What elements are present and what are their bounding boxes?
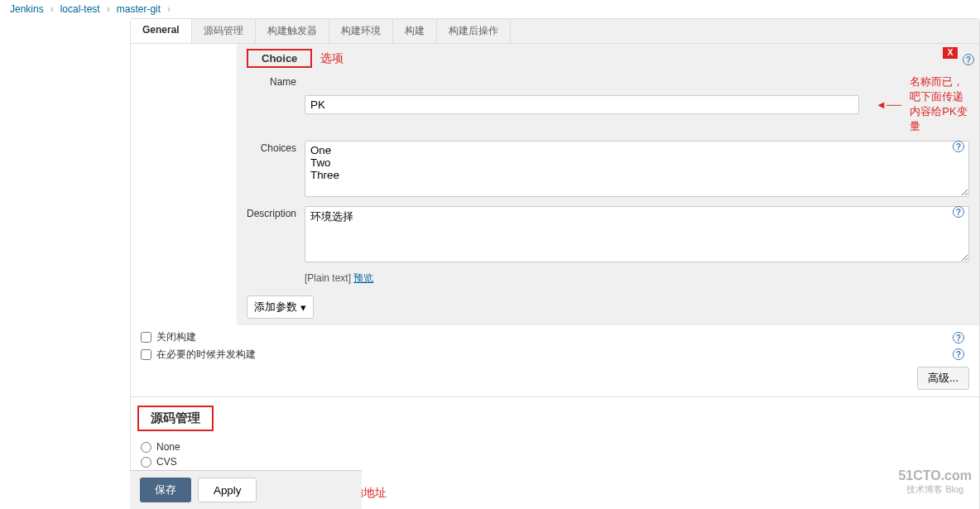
chevron-right-icon: › (107, 3, 110, 15)
add-parameter-button[interactable]: 添加参数 ▾ (247, 295, 314, 319)
breadcrumb-link[interactable]: local-test (60, 3, 100, 15)
help-icon[interactable]: ? (953, 348, 964, 360)
close-button[interactable]: X (943, 47, 958, 59)
choices-textarea[interactable]: One Two Three (305, 141, 969, 197)
breadcrumb-link[interactable]: Jenkins (10, 3, 44, 15)
tab-postbuild[interactable]: 构建后操作 (437, 19, 511, 43)
tab-scm[interactable]: 源码管理 (192, 19, 256, 43)
choices-label: Choices (247, 141, 296, 199)
watermark: 51CTO.com 技术博客 Blog (898, 468, 972, 496)
help-icon[interactable]: ? (963, 54, 974, 65)
close-build-label: 关闭构建 (156, 330, 196, 344)
scm-cvs-label: CVS (156, 456, 177, 468)
chevron-right-icon: › (50, 3, 54, 15)
scm-none-radio[interactable] (141, 442, 151, 453)
preview-link[interactable]: 预览 (353, 272, 373, 284)
tab-env[interactable]: 构建环境 (329, 19, 393, 43)
chevron-right-icon: › (167, 3, 171, 15)
choice-parameter-block: X ? Choice 选项 Name ◄──名称而已，吧下面传递内容给PK变量 … (237, 44, 979, 325)
chevron-down-icon: ▾ (300, 301, 306, 314)
tab-general[interactable]: General (131, 18, 192, 43)
scm-none-label: None (156, 441, 180, 453)
name-label: Name (247, 74, 296, 134)
help-icon[interactable]: ? (953, 141, 964, 152)
close-build-checkbox[interactable] (141, 332, 151, 343)
description-textarea[interactable]: 环境选择 (305, 206, 969, 262)
scm-section-title: 源码管理 (137, 406, 214, 431)
breadcrumb-link[interactable]: master-git (117, 3, 161, 15)
choice-title: Choice (247, 49, 312, 68)
name-input[interactable] (305, 95, 859, 114)
apply-button[interactable]: Apply (198, 478, 257, 502)
config-tabs: General 源码管理 构建触发器 构建环境 构建 构建后操作 (131, 19, 979, 44)
concurrent-build-checkbox[interactable] (141, 349, 151, 360)
tab-build[interactable]: 构建 (393, 19, 437, 43)
annotation-text: ◄──名称而已，吧下面传递内容给PK变量 (876, 74, 969, 134)
advanced-button[interactable]: 高级... (917, 367, 969, 390)
description-label: Description (247, 206, 296, 265)
tab-triggers[interactable]: 构建触发器 (256, 19, 329, 43)
save-button[interactable]: 保存 (140, 478, 191, 502)
scm-cvs-radio[interactable] (141, 457, 151, 468)
breadcrumb: Jenkins› local-test› master-git› (0, 0, 980, 18)
concurrent-build-label: 在必要的时候并发构建 (156, 348, 256, 362)
plain-text-note: [Plain text] 预览 (305, 271, 969, 286)
help-icon[interactable]: ? (953, 332, 964, 343)
annotation-text: 选项 (320, 51, 343, 66)
help-icon[interactable]: ? (953, 206, 964, 218)
button-bar: 保存 Apply (130, 470, 362, 509)
